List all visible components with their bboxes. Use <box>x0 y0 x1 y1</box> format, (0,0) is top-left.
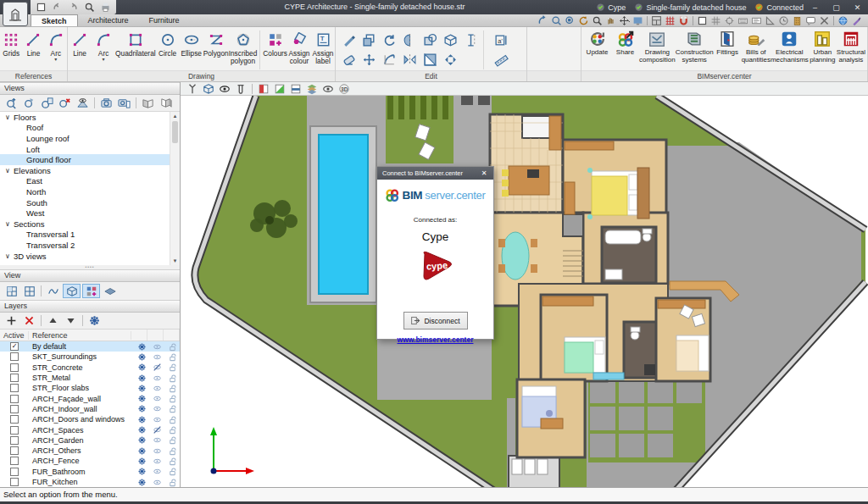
share-button[interactable]: Share <box>611 28 639 70</box>
invert-button[interactable] <box>420 50 440 69</box>
threed-icon[interactable]: 3D <box>337 83 351 95</box>
curve-button[interactable] <box>45 285 61 297</box>
layer-row-arch-others[interactable]: ARCH_Others <box>0 446 180 456</box>
tree-item-south[interactable]: South <box>0 197 180 208</box>
box3d-button[interactable] <box>441 30 460 49</box>
cube-button[interactable] <box>63 284 81 298</box>
grids-button[interactable]: Grids <box>0 29 22 71</box>
layer-lock-icon[interactable] <box>164 352 180 362</box>
rotate-angle-button[interactable] <box>380 50 399 69</box>
tree-scrollbar[interactable]: ▲▼ <box>170 112 180 265</box>
view-edit-button[interactable] <box>21 97 37 109</box>
layer-row-str-concrete[interactable]: STR_Concrete <box>0 363 180 373</box>
layer-row-arch-fence[interactable]: ARCH_Fence <box>0 456 180 466</box>
layer-lock-icon[interactable] <box>164 404 180 413</box>
comps-button[interactable] <box>82 284 100 298</box>
zoom-all-icon[interactable] <box>550 15 563 26</box>
layer-visibility-eye-icon[interactable] <box>149 342 164 352</box>
structural-analysis-button[interactable]: Structural analysis <box>837 28 865 70</box>
layer-row-arch-spaces[interactable]: ARCH_Spaces <box>0 424 180 435</box>
tree-section-sections[interactable]: ∨Sections <box>0 219 180 230</box>
tree-item-north[interactable]: North <box>0 186 180 197</box>
app-icon[interactable] <box>3 2 28 26</box>
layer-lock-icon[interactable] <box>164 478 180 487</box>
chevron-down-icon[interactable]: ∨ <box>5 220 14 228</box>
layer-active-checkbox[interactable]: ✓ <box>10 342 19 351</box>
layout-icon[interactable] <box>650 15 663 26</box>
mirror-half-button[interactable] <box>400 30 420 49</box>
book1-button[interactable] <box>140 97 156 109</box>
update-button[interactable]: Update <box>583 28 611 70</box>
up-button[interactable] <box>45 314 61 327</box>
layer-active-checkbox[interactable] <box>10 363 19 372</box>
layer-visibility-eye-icon[interactable] <box>149 415 164 424</box>
layers3-icon[interactable] <box>305 83 319 95</box>
tab-sketch[interactable]: Sketch <box>31 14 78 26</box>
eye-dark-icon[interactable] <box>218 83 231 95</box>
bills-of-quantities-button[interactable]: Bills of quantities <box>742 28 771 70</box>
layer-visibility-eye-icon[interactable] <box>149 435 164 445</box>
dropdown-arrow-icon[interactable]: ▾ <box>54 58 57 61</box>
assign-label-button[interactable]: TAssign label <box>311 29 335 71</box>
red-sq-icon[interactable] <box>257 83 270 95</box>
electrical-mechanisms-button[interactable]: Electrical mechanisms <box>771 28 809 70</box>
layer-active-checkbox[interactable] <box>10 478 19 486</box>
zoom-icon[interactable] <box>591 15 604 26</box>
tree-item-west[interactable]: West <box>0 208 180 219</box>
clock-icon[interactable] <box>777 15 790 26</box>
layer-active-checkbox[interactable] <box>10 446 19 455</box>
layer-visibility-eye-icon[interactable] <box>149 384 164 393</box>
layer-lock-icon[interactable] <box>164 342 180 352</box>
tree-item-transversal-2[interactable]: Transversal 2 <box>0 240 180 251</box>
building-icon[interactable] <box>791 15 804 26</box>
book2-button[interactable] <box>158 97 174 109</box>
split2-button[interactable] <box>21 285 37 297</box>
layer-active-checkbox[interactable] <box>10 457 19 465</box>
undo-icon[interactable] <box>51 2 64 14</box>
layer-config-gear-icon[interactable] <box>134 457 149 466</box>
rotate-button[interactable] <box>380 30 399 49</box>
tree-section-floors[interactable]: ∨Floors <box>0 112 180 123</box>
layer-visibility-eye-icon[interactable] <box>149 394 164 403</box>
refresh-icon[interactable] <box>577 15 590 26</box>
layer-config-gear-icon[interactable] <box>134 352 149 362</box>
layer-active-checkbox[interactable] <box>10 352 19 361</box>
clamp-icon[interactable] <box>234 83 248 95</box>
textbox-icon[interactable] <box>750 15 763 26</box>
view-cone-button[interactable] <box>75 97 91 109</box>
slab-button[interactable] <box>102 285 118 297</box>
colours-button[interactable]: Colours <box>263 29 287 71</box>
layer-config-gear-icon[interactable] <box>134 384 149 393</box>
line-button[interactable]: Line <box>22 29 44 71</box>
pencil-button[interactable] <box>339 30 359 49</box>
circle-button[interactable]: Circle <box>156 29 180 71</box>
layer-row-str-metal[interactable]: STR_Metal <box>0 373 180 383</box>
dropdown-arrow-icon[interactable]: ▾ <box>103 58 105 61</box>
layer-config-gear-icon[interactable] <box>134 394 149 403</box>
target-icon[interactable] <box>723 15 736 26</box>
scale-button[interactable] <box>441 50 460 69</box>
layer-config-gear-icon[interactable] <box>134 374 149 383</box>
layer-row-arch-garden[interactable]: ARCH_Garden <box>0 435 180 446</box>
layer-active-checkbox[interactable] <box>10 395 19 403</box>
layer-lock-icon[interactable] <box>164 446 180 456</box>
tree-section-elevations[interactable]: ∨Elevations <box>0 165 180 176</box>
layer-active-checkbox[interactable] <box>10 374 19 382</box>
disconnect-button[interactable]: Disconnect <box>403 312 468 330</box>
screen-icon[interactable] <box>632 15 644 26</box>
tree-item-ground-floor[interactable]: Ground floor <box>0 154 180 165</box>
layer-config-gear-icon[interactable] <box>134 467 149 476</box>
dialog-close-icon[interactable]: ✕ <box>478 167 490 180</box>
brush-icon[interactable] <box>850 15 863 26</box>
close-button[interactable]: ✕ <box>847 0 868 14</box>
square-icon[interactable] <box>696 15 709 26</box>
globe-icon[interactable] <box>837 15 849 26</box>
layer-row-fur-kitchen[interactable]: FUR_Kitchen <box>0 477 180 487</box>
layer-row-str-floor-slabs[interactable]: STR_Floor slabs <box>0 383 180 393</box>
titlebar-status-connected[interactable]: Connected <box>754 3 804 12</box>
eraser-button[interactable] <box>339 50 359 69</box>
maximize-button[interactable]: ▢ <box>826 0 847 14</box>
scroll-up-icon[interactable]: ▲ <box>170 112 180 120</box>
dim-line-button[interactable] <box>461 30 481 49</box>
chevron-down-icon[interactable]: ∨ <box>5 114 14 121</box>
